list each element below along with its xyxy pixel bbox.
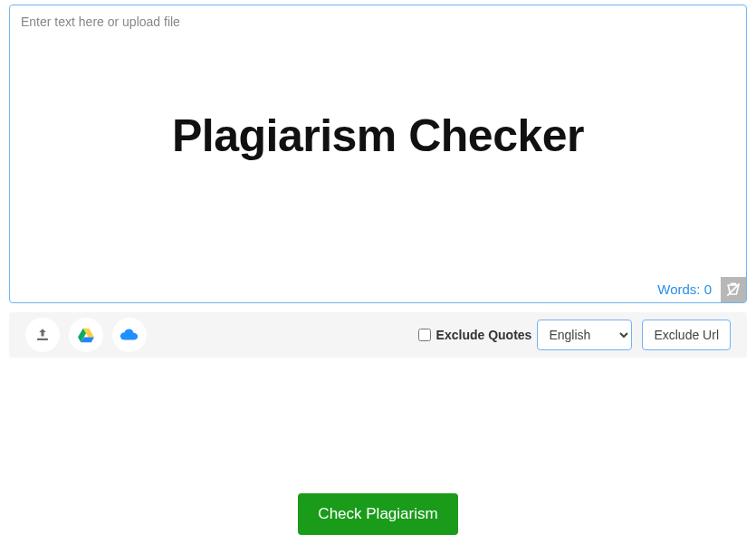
text-input-area: Plagiarism Checker Words: 0 — [9, 5, 747, 303]
google-drive-icon — [77, 327, 95, 343]
options-toolbar: Exclude Quotes English Exclude Url — [9, 312, 747, 358]
grammar-check-icon[interactable] — [721, 277, 746, 302]
onedrive-button[interactable] — [112, 318, 147, 352]
exclude-quotes-checkbox[interactable] — [418, 329, 431, 341]
exclude-options: Exclude Quotes English Exclude Url — [418, 320, 731, 350]
word-counter-label: Words: — [657, 282, 700, 297]
google-drive-button[interactable] — [69, 318, 103, 352]
word-counter-value: 0 — [704, 282, 712, 297]
exclude-url-button[interactable]: Exclude Url — [642, 320, 731, 350]
action-row: Check Plagiarism — [9, 493, 747, 535]
check-plagiarism-button[interactable]: Check Plagiarism — [298, 493, 457, 535]
word-counter: Words: 0 — [657, 282, 712, 297]
language-select[interactable]: English — [537, 320, 632, 350]
upload-icon — [34, 327, 51, 343]
upload-file-button[interactable] — [25, 318, 60, 352]
exclude-quotes-label: Exclude Quotes — [436, 328, 532, 342]
svg-rect-1 — [37, 339, 48, 340]
plagiarism-text-input[interactable] — [10, 5, 746, 302]
upload-icon-group — [25, 318, 147, 352]
cloud-icon — [120, 328, 139, 342]
